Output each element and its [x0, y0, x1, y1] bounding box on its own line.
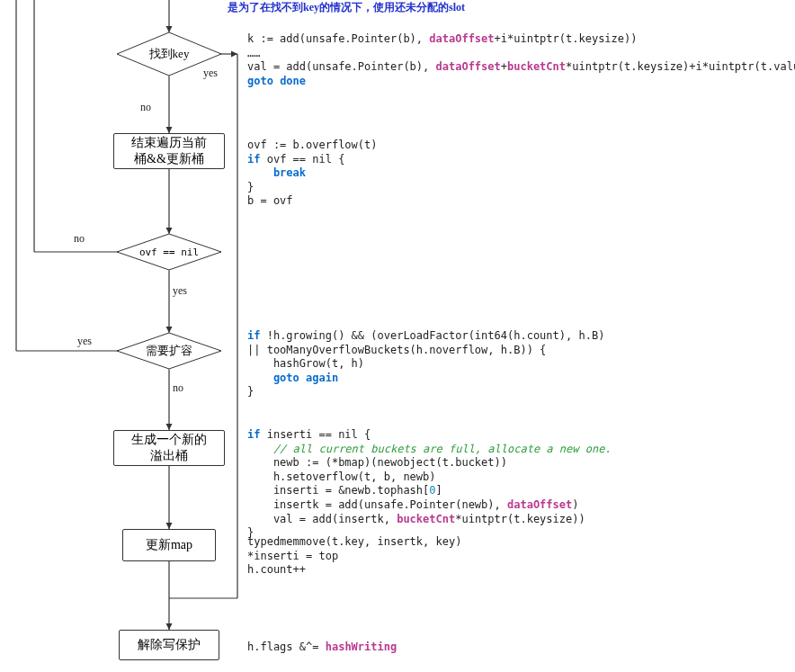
- edge-d1-no: no: [140, 101, 151, 114]
- box-end-iter-bucket: 结束遍历当前 桶&&更新桶: [113, 133, 225, 169]
- edge-d2-yes: yes: [173, 284, 187, 298]
- code-clear-flag: h.flags &^= hashWriting: [247, 641, 397, 655]
- decision-ovf-nil-label: ovf == nil: [117, 246, 221, 258]
- box-new-overflow: 生成一个新的 溢出桶: [113, 430, 225, 466]
- edge-d3-no: no: [173, 381, 183, 395]
- edge-d2-no: no: [74, 232, 85, 246]
- code-overflow: ovf := b.overflow(t) if ovf == nil { bre…: [247, 139, 378, 209]
- decision-need-grow-label: 需要扩容: [117, 343, 221, 359]
- code-new-bucket: if inserti == nil { // all current bucke…: [247, 428, 612, 541]
- edge-d1-yes: yes: [203, 67, 218, 80]
- code-update-map: typedmemmove(t.key, insertk, key) *inser…: [247, 535, 461, 578]
- box-clear-write-protect: 解除写保护: [119, 630, 219, 660]
- header-note: 是为了在找不到key的情况下，使用还未分配的slot: [228, 0, 465, 15]
- code-found-key: k := add(unsafe.Pointer(b), dataOffset+i…: [247, 32, 795, 88]
- code-grow: if !h.growing() && (overLoadFactor(int64…: [247, 329, 604, 399]
- decision-found-key-label: 找到key: [117, 46, 221, 62]
- edge-d3-yes: yes: [77, 335, 92, 348]
- decision-need-grow: 需要扩容: [117, 333, 221, 369]
- decision-ovf-nil: ovf == nil: [117, 234, 221, 270]
- box-update-map: 更新map: [122, 529, 216, 561]
